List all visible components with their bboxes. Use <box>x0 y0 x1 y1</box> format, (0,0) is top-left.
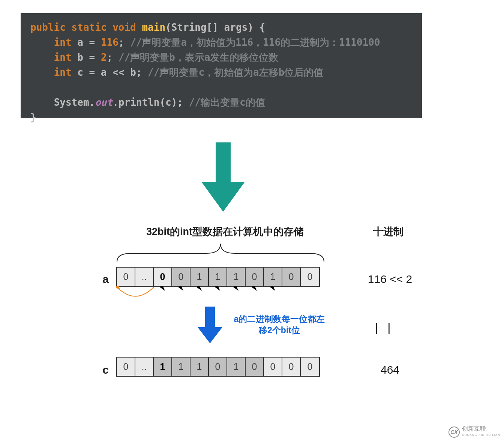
code-indent <box>30 37 54 48</box>
code-text: ; <box>118 37 130 48</box>
bit-cell: 0 <box>301 358 319 376</box>
code-indent <box>30 97 54 108</box>
code-comment: //声明变量a，初始值为116，116的二进制为：1110100 <box>130 37 380 48</box>
brace-icon <box>116 240 326 262</box>
bit-cell: 0 <box>209 358 227 376</box>
bit-cell: 1 <box>190 268 209 286</box>
code-kw: int <box>54 52 78 63</box>
code-comment: //声明变量b，表示a发生的移位位数 <box>118 52 279 63</box>
row-a-bits: 0..001110100 <box>116 267 320 287</box>
bit-cell: .. <box>135 268 154 286</box>
code-fn: main <box>142 22 165 33</box>
storage-title: 32bit的int型数据在计算机中的存储 <box>124 225 326 238</box>
watermark-sub: CHUANG XIN HU LIAN <box>462 433 500 437</box>
watermark-text: 创新互联 CHUANG XIN HU LIAN <box>462 426 500 438</box>
code-text: c = a << b; <box>77 67 148 78</box>
bit-cell: 1 <box>264 268 282 286</box>
equals-icon: | | <box>375 321 394 335</box>
caption-line: a的二进制数每一位都左 <box>234 314 325 324</box>
bit-cell: 0 <box>301 268 319 286</box>
bit-cell: 1 <box>209 268 227 286</box>
code-indent <box>30 67 54 78</box>
bit-cell: 0 <box>282 268 301 286</box>
bit-cell: .. <box>135 358 154 376</box>
bit-cell: 0 <box>172 268 190 286</box>
row-c-label: c <box>94 364 109 376</box>
code-indent <box>30 52 54 63</box>
bit-cell: 0 <box>154 268 172 286</box>
code-kw: int <box>54 37 78 48</box>
row-a-label: a <box>94 273 109 286</box>
code-num: 116 <box>101 37 118 48</box>
bit-cell: 0 <box>117 268 135 286</box>
bit-cell: 1 <box>154 358 172 376</box>
code-num: 2 <box>101 52 107 63</box>
code-text: .println(c); <box>112 97 189 108</box>
bit-cell: 0 <box>117 358 135 376</box>
code-text: (String[] args) { <box>165 22 265 33</box>
shift-caption: a的二进制数每一位都左 移2个bit位 <box>225 313 334 336</box>
watermark: CX 创新互联 CHUANG XIN HU LIAN <box>448 426 500 438</box>
bit-cell: 1 <box>190 358 209 376</box>
code-comment: //声明变量c，初始值为a左移b位后的值 <box>148 67 323 78</box>
code-text: b = <box>77 52 101 63</box>
code-kw: public static void <box>30 22 142 33</box>
bit-cell: 0 <box>246 268 264 286</box>
bit-cell: 1 <box>227 358 246 376</box>
code-text: System. <box>54 97 95 108</box>
arrow-down-icon <box>201 142 246 214</box>
caption-line: 移2个bit位 <box>259 325 300 335</box>
code-text: ; <box>107 52 118 63</box>
row-a-dec: 116 << 2 <box>356 273 424 286</box>
row-c-bits: 0..111010000 <box>116 357 320 377</box>
code-italic: out <box>95 97 112 108</box>
bit-cell: 0 <box>246 358 264 376</box>
code-text: } <box>30 112 36 123</box>
watermark-main: 创新互联 <box>462 425 486 432</box>
row-c-dec: 464 <box>356 364 424 376</box>
code-comment: //输出变量c的值 <box>189 97 265 108</box>
bit-cell: 0 <box>282 358 301 376</box>
decimal-title: 十进制 <box>364 225 412 238</box>
code-text: a = <box>77 37 101 48</box>
watermark-logo-icon: CX <box>448 427 460 438</box>
arrow-down-blue-icon <box>197 307 223 344</box>
shift-arrows-icon <box>116 286 326 307</box>
bit-cell: 1 <box>227 268 246 286</box>
bit-cell: 0 <box>264 358 282 376</box>
code-kw: int <box>54 67 78 78</box>
bit-cell: 1 <box>172 358 190 376</box>
code-block: public static void main(String[] args) {… <box>21 13 422 118</box>
